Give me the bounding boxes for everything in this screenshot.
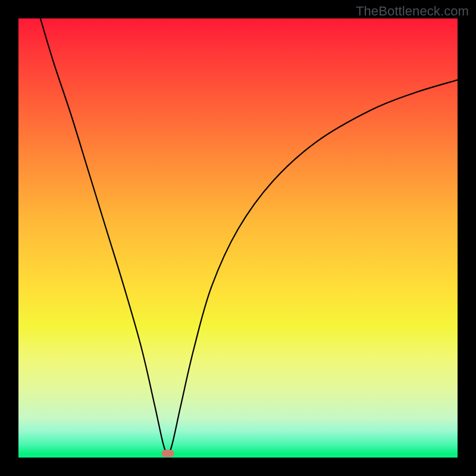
- chart-container: TheBottleneck.com: [0, 0, 476, 476]
- bottleneck-curve-path: [40, 18, 458, 453]
- minimum-marker: [161, 450, 174, 457]
- plot-area: [18, 18, 458, 458]
- watermark-text: TheBottleneck.com: [356, 4, 469, 19]
- curve-svg: [18, 18, 458, 458]
